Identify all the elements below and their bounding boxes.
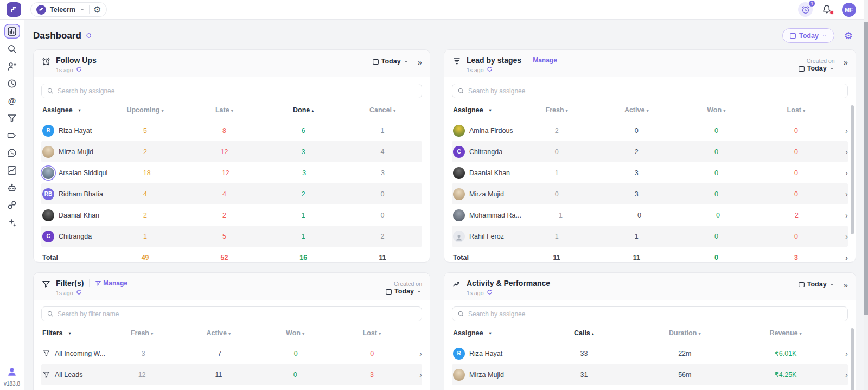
user-avatar[interactable]: MF: [842, 3, 856, 17]
column-header-assignee[interactable]: Assignee▾: [452, 329, 534, 337]
name-cell: Mirza Mujid: [452, 188, 517, 200]
table-row-mirza-mujid[interactable]: Mirza Mujid0300›: [452, 183, 848, 204]
cell-revenue: ₹4.25K: [735, 370, 836, 379]
row-name: Mirza Mujid: [469, 371, 504, 379]
sidebar-item-mentions[interactable]: @: [4, 93, 20, 108]
stages-icon: [452, 56, 462, 73]
column-header-revenue[interactable]: Revenue▾: [735, 329, 836, 337]
column-header-active[interactable]: Active▾: [597, 106, 676, 114]
table-row-amina-firdous[interactable]: Amina Firdous2000›: [452, 120, 848, 141]
column-header-calls[interactable]: Calls▴: [534, 329, 635, 337]
column-header-won[interactable]: Won▾: [257, 329, 334, 337]
cell-revenue: ₹6.01K: [735, 349, 836, 357]
table-row-daanial-khan[interactable]: Daanial Khan1300›: [452, 162, 848, 183]
page-scrollbar[interactable]: [864, 0, 868, 390]
column-header-cancel[interactable]: Cancel▾: [343, 106, 422, 114]
chevron-right-icon[interactable]: ›: [836, 189, 848, 199]
column-header-filters[interactable]: Filters▾: [41, 329, 104, 337]
table-row-arsalan-siddiqui: Arsalan Siddiqui181233: [41, 162, 422, 183]
table-row-all-leads[interactable]: All Leads121103›: [41, 364, 422, 385]
sidebar-item-search[interactable]: [4, 41, 20, 56]
table-row-rahil-feroz[interactable]: Rahil Feroz1100›: [452, 226, 848, 247]
total-lost: 3: [756, 254, 836, 261]
table-row-chitrangda[interactable]: CChitrangda0200›: [452, 141, 848, 162]
column-header-fresh[interactable]: Fresh▾: [104, 329, 180, 337]
column-header-lost[interactable]: Lost▾: [756, 106, 836, 114]
sidebar-item-whatsapp[interactable]: [4, 145, 20, 160]
notifications-button[interactable]: [821, 4, 833, 16]
chevron-right-icon[interactable]: ›: [836, 349, 848, 358]
search-icon: [7, 43, 17, 54]
dashboard-settings-icon[interactable]: ⚙: [844, 31, 853, 41]
column-header-late[interactable]: Late▾: [185, 106, 264, 114]
chevron-right-icon[interactable]: ›: [836, 210, 848, 220]
chevron-right-icon[interactable]: ›: [836, 253, 848, 262]
chevron-right-icon[interactable]: ›: [410, 349, 422, 358]
column-header-duration[interactable]: Duration▾: [634, 329, 735, 337]
workspace-settings-icon[interactable]: ⚙: [93, 5, 101, 14]
column-header-assignee[interactable]: Assignee▾: [452, 106, 517, 114]
page-date-filter[interactable]: Today: [782, 28, 834, 43]
avatar-photo: [453, 369, 465, 381]
chevron-right-icon[interactable]: ›: [410, 370, 422, 379]
search-input[interactable]: [58, 310, 417, 318]
manage-link[interactable]: Manage: [533, 56, 557, 64]
sidebar-item-ai[interactable]: [4, 215, 20, 229]
chevron-right-icon[interactable]: ›: [836, 370, 848, 379]
sidebar-item-dashboard[interactable]: [4, 24, 20, 39]
cell-late: 5: [185, 233, 264, 240]
sidebar-item-filters[interactable]: [4, 111, 20, 125]
robot-icon: [7, 182, 17, 193]
panel-date-filter[interactable]: Today: [385, 287, 422, 295]
table-row-mohammad-ra[interactable]: Mohammad Ra...1002›: [452, 204, 848, 226]
workspace-switcher[interactable]: Telecrm ⚙: [30, 2, 107, 17]
panel-scrollbar[interactable]: [851, 328, 854, 390]
refresh-icon[interactable]: [487, 289, 493, 296]
refresh-icon[interactable]: [86, 31, 92, 41]
sidebar-item-tags[interactable]: [4, 128, 20, 143]
chevron-right-icon[interactable]: ›: [836, 168, 848, 177]
avatar-photo: [42, 167, 54, 179]
column-header-upcoming[interactable]: Upcoming▾: [106, 106, 185, 114]
collapse-panel-icon[interactable]: »: [844, 57, 848, 67]
chevron-right-icon[interactable]: ›: [836, 126, 848, 135]
column-header-active[interactable]: Active▾: [180, 329, 257, 337]
sidebar-item-integrations[interactable]: [4, 197, 20, 212]
sidebar-item-recent[interactable]: [4, 76, 20, 91]
refresh-icon[interactable]: [76, 66, 82, 73]
sidebar-item-add-user[interactable]: [4, 59, 20, 73]
table-row-riza-hayat[interactable]: RRiza Hayat3322m₹6.01K›: [452, 343, 848, 364]
cell-fresh: 0: [517, 148, 597, 156]
search-input[interactable]: [58, 87, 417, 95]
chevron-right-icon[interactable]: ›: [836, 232, 848, 241]
cell-lost: 0: [756, 148, 836, 156]
search-input[interactable]: [468, 310, 843, 318]
collapse-panel-icon[interactable]: »: [418, 57, 422, 67]
panel-date-filter[interactable]: Today: [798, 65, 835, 72]
column-header-done[interactable]: Done▴: [264, 106, 343, 114]
cell-late: 8: [185, 127, 264, 135]
panel-scrollbar[interactable]: [851, 105, 854, 234]
sidebar-item-automation[interactable]: [4, 180, 20, 195]
support-icon[interactable]: [6, 366, 18, 380]
column-header-lost[interactable]: Lost▾: [334, 329, 410, 337]
workspace-logo-icon: [36, 5, 46, 15]
column-header-assignee[interactable]: Assignee▾: [41, 106, 106, 114]
panel-date-filter[interactable]: Today: [372, 57, 409, 65]
name-cell: Mohammad Ra...: [452, 209, 521, 221]
refresh-icon[interactable]: [76, 289, 82, 296]
collapse-panel-icon[interactable]: »: [844, 280, 848, 290]
table-row-mirza-mujid[interactable]: Mirza Mujid3156m₹4.25K›: [452, 364, 848, 385]
app-logo[interactable]: [7, 2, 21, 17]
column-header-fresh[interactable]: Fresh▾: [517, 106, 597, 114]
sidebar-item-analytics[interactable]: [4, 163, 20, 177]
reminders-button[interactable]: 1: [798, 2, 813, 17]
refresh-icon[interactable]: [487, 66, 493, 73]
panel-date-filter[interactable]: Today: [798, 280, 835, 288]
avatar-photo: [42, 209, 54, 221]
chevron-right-icon[interactable]: ›: [836, 147, 848, 156]
table-row-all-incoming-w[interactable]: All Incoming W...3700›: [41, 343, 422, 364]
search-input[interactable]: [468, 87, 843, 95]
column-header-won[interactable]: Won▾: [676, 106, 756, 114]
manage-link[interactable]: Manage: [95, 279, 127, 287]
